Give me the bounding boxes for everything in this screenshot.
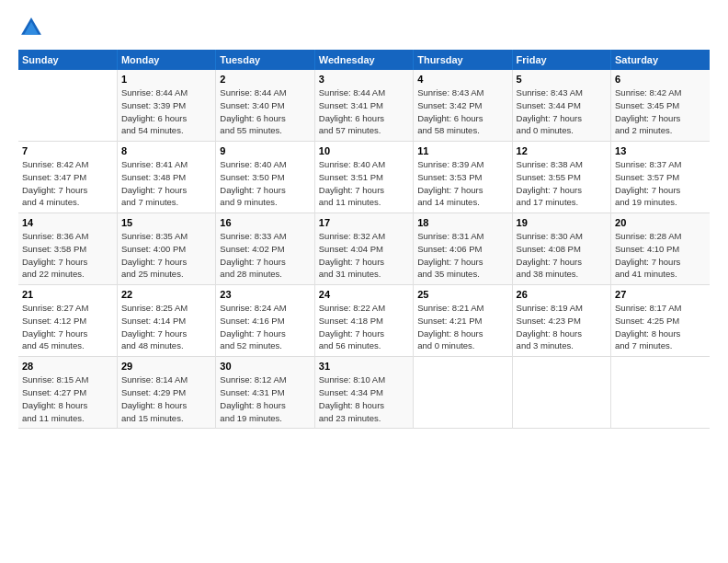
day-number: 6 xyxy=(615,74,706,85)
day-number: 27 xyxy=(615,289,706,300)
day-info: Sunrise: 8:44 AMSunset: 3:39 PMDaylight:… xyxy=(121,86,211,137)
calendar-cell: 17Sunrise: 8:32 AMSunset: 4:04 PMDayligh… xyxy=(314,213,413,285)
day-info: Sunrise: 8:37 AMSunset: 3:57 PMDaylight:… xyxy=(615,158,706,209)
calendar-cell: 15Sunrise: 8:35 AMSunset: 4:00 PMDayligh… xyxy=(117,213,215,285)
day-number: 28 xyxy=(22,361,113,372)
calendar-cell: 9Sunrise: 8:40 AMSunset: 3:50 PMDaylight… xyxy=(216,142,314,213)
day-number: 25 xyxy=(417,289,507,300)
day-info: Sunrise: 8:38 AMSunset: 3:55 PMDaylight:… xyxy=(517,158,607,209)
calendar-cell: 13Sunrise: 8:37 AMSunset: 3:57 PMDayligh… xyxy=(611,142,710,213)
day-number: 4 xyxy=(417,74,507,85)
day-info: Sunrise: 8:44 AMSunset: 3:40 PMDaylight:… xyxy=(220,86,310,137)
header-row: SundayMondayTuesdayWednesdayThursdayFrid… xyxy=(18,50,710,70)
day-number: 1 xyxy=(121,74,211,85)
day-info: Sunrise: 8:43 AMSunset: 3:42 PMDaylight:… xyxy=(417,86,507,137)
calendar-cell: 24Sunrise: 8:22 AMSunset: 4:18 PMDayligh… xyxy=(314,285,413,357)
day-number: 15 xyxy=(121,217,211,228)
day-info: Sunrise: 8:21 AMSunset: 4:21 PMDaylight:… xyxy=(417,302,507,352)
calendar-cell: 12Sunrise: 8:38 AMSunset: 3:55 PMDayligh… xyxy=(512,142,610,213)
day-number: 24 xyxy=(319,289,409,300)
calendar-cell: 30Sunrise: 8:12 AMSunset: 4:31 PMDayligh… xyxy=(216,357,314,429)
day-info: Sunrise: 8:42 AMSunset: 3:47 PMDaylight:… xyxy=(22,158,113,209)
day-info: Sunrise: 8:42 AMSunset: 3:45 PMDaylight:… xyxy=(615,86,706,137)
header-cell-thursday: Thursday xyxy=(414,50,512,70)
day-number: 8 xyxy=(121,145,211,156)
day-number: 5 xyxy=(517,74,607,85)
calendar-cell: 25Sunrise: 8:21 AMSunset: 4:21 PMDayligh… xyxy=(414,285,512,357)
page: SundayMondayTuesdayWednesdayThursdayFrid… xyxy=(0,0,728,563)
calendar-cell: 21Sunrise: 8:27 AMSunset: 4:12 PMDayligh… xyxy=(18,285,117,357)
calendar-cell: 18Sunrise: 8:31 AMSunset: 4:06 PMDayligh… xyxy=(414,213,512,285)
day-info: Sunrise: 8:40 AMSunset: 3:51 PMDaylight:… xyxy=(319,158,409,209)
calendar-cell xyxy=(611,357,710,429)
day-number: 29 xyxy=(121,361,211,372)
header-cell-monday: Monday xyxy=(117,50,215,70)
logo xyxy=(18,15,48,40)
day-number: 18 xyxy=(417,217,507,228)
calendar-cell: 19Sunrise: 8:30 AMSunset: 4:08 PMDayligh… xyxy=(512,213,610,285)
day-number: 31 xyxy=(319,361,409,372)
day-info: Sunrise: 8:44 AMSunset: 3:41 PMDaylight:… xyxy=(319,86,409,137)
calendar-cell: 1Sunrise: 8:44 AMSunset: 3:39 PMDaylight… xyxy=(117,70,215,142)
calendar-cell: 8Sunrise: 8:41 AMSunset: 3:48 PMDaylight… xyxy=(117,142,215,213)
calendar-cell: 2Sunrise: 8:44 AMSunset: 3:40 PMDaylight… xyxy=(216,70,314,142)
day-info: Sunrise: 8:12 AMSunset: 4:31 PMDaylight:… xyxy=(220,373,310,424)
day-number: 9 xyxy=(220,145,310,156)
day-info: Sunrise: 8:30 AMSunset: 4:08 PMDaylight:… xyxy=(517,230,607,281)
header xyxy=(18,15,710,40)
day-info: Sunrise: 8:31 AMSunset: 4:06 PMDaylight:… xyxy=(417,230,507,281)
day-info: Sunrise: 8:27 AMSunset: 4:12 PMDaylight:… xyxy=(22,302,113,352)
day-info: Sunrise: 8:17 AMSunset: 4:25 PMDaylight:… xyxy=(615,302,706,352)
calendar-cell: 11Sunrise: 8:39 AMSunset: 3:53 PMDayligh… xyxy=(414,142,512,213)
day-number: 10 xyxy=(319,145,409,156)
day-number: 23 xyxy=(220,289,310,300)
day-number: 22 xyxy=(121,289,211,300)
day-number: 2 xyxy=(220,74,310,85)
day-info: Sunrise: 8:41 AMSunset: 3:48 PMDaylight:… xyxy=(121,158,211,209)
day-info: Sunrise: 8:22 AMSunset: 4:18 PMDaylight:… xyxy=(319,302,409,352)
day-number: 14 xyxy=(22,217,113,228)
calendar-cell: 23Sunrise: 8:24 AMSunset: 4:16 PMDayligh… xyxy=(216,285,314,357)
calendar-cell: 31Sunrise: 8:10 AMSunset: 4:34 PMDayligh… xyxy=(314,357,413,429)
day-info: Sunrise: 8:25 AMSunset: 4:14 PMDaylight:… xyxy=(121,302,211,352)
header-cell-saturday: Saturday xyxy=(611,50,710,70)
day-number: 21 xyxy=(22,289,113,300)
calendar-cell: 16Sunrise: 8:33 AMSunset: 4:02 PMDayligh… xyxy=(216,213,314,285)
day-info: Sunrise: 8:10 AMSunset: 4:34 PMDaylight:… xyxy=(319,373,409,424)
day-number: 3 xyxy=(319,74,409,85)
day-info: Sunrise: 8:24 AMSunset: 4:16 PMDaylight:… xyxy=(220,302,310,352)
calendar-cell: 26Sunrise: 8:19 AMSunset: 4:23 PMDayligh… xyxy=(512,285,610,357)
calendar-cell: 10Sunrise: 8:40 AMSunset: 3:51 PMDayligh… xyxy=(314,142,413,213)
header-cell-friday: Friday xyxy=(512,50,610,70)
header-cell-wednesday: Wednesday xyxy=(314,50,413,70)
calendar-cell: 7Sunrise: 8:42 AMSunset: 3:47 PMDaylight… xyxy=(18,142,117,213)
calendar-table: SundayMondayTuesdayWednesdayThursdayFrid… xyxy=(18,50,710,429)
day-info: Sunrise: 8:14 AMSunset: 4:29 PMDaylight:… xyxy=(121,373,211,424)
day-number: 12 xyxy=(517,145,607,156)
calendar-cell xyxy=(18,70,117,142)
calendar-cell xyxy=(512,357,610,429)
day-info: Sunrise: 8:43 AMSunset: 3:44 PMDaylight:… xyxy=(517,86,607,137)
day-info: Sunrise: 8:19 AMSunset: 4:23 PMDaylight:… xyxy=(517,302,607,352)
day-info: Sunrise: 8:36 AMSunset: 3:58 PMDaylight:… xyxy=(22,230,113,281)
day-number: 7 xyxy=(22,145,113,156)
day-number: 30 xyxy=(220,361,310,372)
header-cell-sunday: Sunday xyxy=(18,50,117,70)
day-number: 26 xyxy=(517,289,607,300)
day-info: Sunrise: 8:40 AMSunset: 3:50 PMDaylight:… xyxy=(220,158,310,209)
calendar-cell: 14Sunrise: 8:36 AMSunset: 3:58 PMDayligh… xyxy=(18,213,117,285)
day-info: Sunrise: 8:15 AMSunset: 4:27 PMDaylight:… xyxy=(22,373,113,424)
calendar-cell: 3Sunrise: 8:44 AMSunset: 3:41 PMDaylight… xyxy=(314,70,413,142)
logo-icon xyxy=(18,15,44,40)
calendar-cell: 6Sunrise: 8:42 AMSunset: 3:45 PMDaylight… xyxy=(611,70,710,142)
calendar-cell: 20Sunrise: 8:28 AMSunset: 4:10 PMDayligh… xyxy=(611,213,710,285)
day-info: Sunrise: 8:39 AMSunset: 3:53 PMDaylight:… xyxy=(417,158,507,209)
header-cell-tuesday: Tuesday xyxy=(216,50,314,70)
day-info: Sunrise: 8:33 AMSunset: 4:02 PMDaylight:… xyxy=(220,230,310,281)
day-number: 11 xyxy=(417,145,507,156)
week-row-4: 21Sunrise: 8:27 AMSunset: 4:12 PMDayligh… xyxy=(18,285,710,357)
calendar-cell: 4Sunrise: 8:43 AMSunset: 3:42 PMDaylight… xyxy=(414,70,512,142)
calendar-cell: 27Sunrise: 8:17 AMSunset: 4:25 PMDayligh… xyxy=(611,285,710,357)
week-row-3: 14Sunrise: 8:36 AMSunset: 3:58 PMDayligh… xyxy=(18,213,710,285)
calendar-cell: 29Sunrise: 8:14 AMSunset: 4:29 PMDayligh… xyxy=(117,357,215,429)
